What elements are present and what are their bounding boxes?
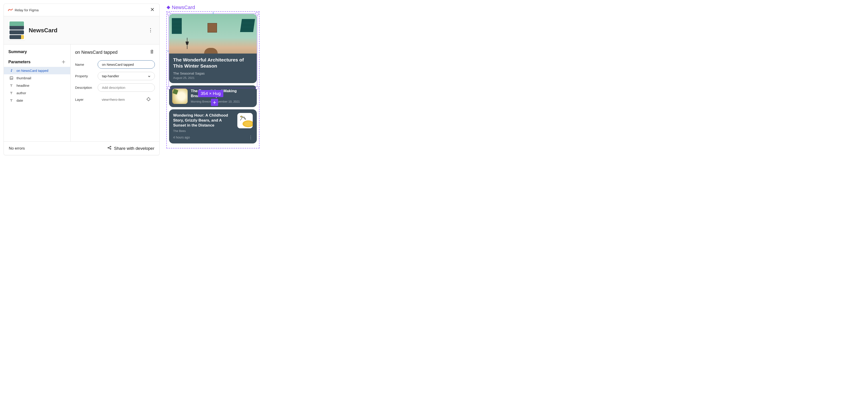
relay-logo-icon (8, 8, 13, 11)
summary-heading: Summary (4, 49, 70, 58)
param-label: author (17, 91, 26, 95)
param-date[interactable]: date (4, 97, 70, 104)
tap-icon (9, 69, 13, 73)
text-icon (9, 98, 13, 102)
share-label: Share with developer (114, 146, 155, 151)
svg-point-0 (11, 70, 11, 70)
card-date: 4 hours ago (173, 135, 190, 139)
status-text: No errors (9, 146, 25, 151)
chevron-down-icon (148, 74, 151, 78)
sidebar: Summary Parameters on NewsCard tapped th… (4, 44, 70, 141)
selection-handle[interactable] (167, 12, 170, 15)
card-author: The Bees (173, 129, 234, 133)
svg-point-3 (147, 98, 150, 100)
property-select[interactable]: tap-handler (98, 72, 155, 80)
param-label: on NewsCard tapped (17, 69, 49, 72)
name-input[interactable] (98, 60, 155, 69)
property-label: Property (75, 74, 95, 78)
delete-icon[interactable] (149, 49, 155, 56)
card-headline: Wondering Hour: A Childhood Story, Grizz… (173, 113, 234, 128)
share-button[interactable]: Share with developer (107, 146, 155, 151)
detail-title: on NewsCard tapped (75, 50, 118, 55)
param-headline[interactable]: headline (4, 82, 70, 89)
card-headline: The Wonderful Architectures of This Wint… (173, 57, 253, 69)
share-icon (107, 146, 112, 151)
layer-value: view=hero-item (102, 98, 125, 101)
text-icon (9, 91, 13, 95)
svg-point-5 (110, 146, 111, 147)
more-menu-icon[interactable]: ⋮ (146, 26, 155, 34)
property-value: tap-handler (102, 74, 119, 78)
news-card-row[interactable]: The Essentials of Making Breakfast Crepe… (169, 86, 257, 107)
close-icon[interactable] (149, 6, 155, 14)
param-label: thumbnail (17, 76, 31, 80)
component-name: NewsCard (29, 27, 57, 34)
param-author[interactable]: author (4, 89, 70, 97)
card-date: August 25, 2021 (173, 76, 253, 80)
component-thumbnail (8, 20, 25, 40)
component-header: NewsCard ⋮ (4, 16, 159, 44)
selection-handle[interactable] (256, 12, 258, 15)
news-card-audio[interactable]: Wondering Hour: A Childhood Story, Grizz… (169, 109, 257, 144)
row-thumbnail (172, 89, 188, 104)
card-author: Morning Breeze (191, 100, 212, 103)
param-label: headline (17, 84, 29, 88)
audio-thumbnail (237, 113, 253, 128)
svg-point-4 (108, 147, 109, 148)
card-headline: The Essentials of Making Breakfast Crepe… (191, 89, 254, 98)
svg-point-2 (10, 77, 11, 78)
description-input[interactable] (98, 83, 155, 92)
panel-header: Relay for Figma (4, 4, 159, 16)
card-date: November 10, 2021 (214, 100, 240, 103)
detail-pane: on NewsCard tapped Name Property tap-han… (70, 44, 159, 141)
component-diamond-icon (166, 5, 170, 9)
text-icon (9, 84, 13, 88)
figma-canvas: NewsCard 354 × Hug + (166, 4, 259, 149)
layer-label: Layer (75, 98, 95, 101)
svg-point-7 (240, 116, 243, 117)
name-label: Name (75, 63, 95, 66)
news-card-hero[interactable]: The Wonderful Architectures of This Wint… (169, 14, 257, 83)
card-author: The Seasonal Sagas (173, 71, 253, 75)
add-parameter-icon[interactable] (60, 59, 67, 65)
relay-panel: Relay for Figma NewsCard ⋮ Summary (4, 4, 160, 155)
component-frame[interactable]: 354 × Hug + The Wonderful Architectures … (166, 11, 259, 149)
param-label: date (17, 98, 23, 102)
param-tap-handler[interactable]: on NewsCard tapped (4, 67, 70, 74)
image-icon (9, 76, 13, 80)
description-label: Description (75, 86, 95, 90)
component-instance-label[interactable]: NewsCard (166, 4, 259, 10)
hero-thumbnail (169, 14, 257, 54)
svg-point-6 (110, 149, 111, 149)
plugin-title: Relay for Figma (15, 8, 39, 12)
target-icon[interactable] (146, 97, 151, 102)
card-menu-icon[interactable]: ⋮ (249, 135, 253, 140)
parameters-heading: Parameters (8, 60, 31, 64)
param-thumbnail[interactable]: thumbnail (4, 74, 70, 82)
